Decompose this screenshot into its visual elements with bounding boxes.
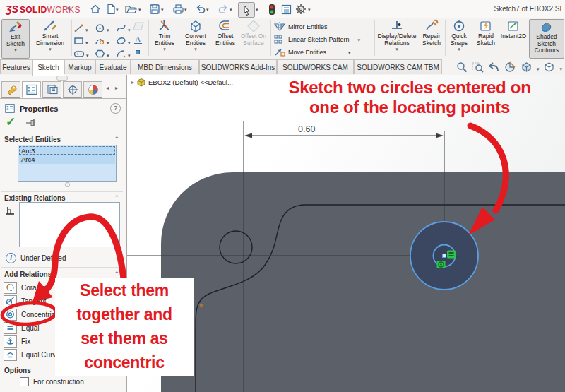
- tab-solidworks-cam[interactable]: SOLIDWORKS CAM: [277, 59, 354, 74]
- selected-entities-header[interactable]: Selected Entities: [4, 136, 61, 143]
- relation-coradial[interactable]: Coradial: [4, 282, 47, 293]
- trim-entities-button[interactable]: Trim Entities ▾: [150, 19, 179, 57]
- new-dropdown-icon[interactable]: ▾: [116, 7, 119, 13]
- tab-sketch[interactable]: Sketch: [32, 59, 64, 76]
- feature-manager-tab[interactable]: [1, 81, 20, 98]
- tree-root-label[interactable]: EBOX2 (Default) <<Defaul...: [148, 78, 233, 86]
- dimxpert-manager-tab[interactable]: [63, 81, 82, 98]
- tab-markup[interactable]: Markup: [64, 59, 95, 74]
- repair-sketch-button[interactable]: Repair Sketch: [418, 19, 445, 57]
- spline-dropdown-icon[interactable]: [128, 22, 131, 35]
- instant2d-button[interactable]: Instant2D: [499, 19, 528, 57]
- offset-entities-button[interactable]: Offset Entities: [212, 19, 239, 57]
- line-tool[interactable]: [73, 22, 88, 35]
- zoom-to-fit-icon[interactable]: [456, 61, 468, 73]
- display-manager-tab[interactable]: [83, 81, 102, 98]
- display-style-dropdown-icon[interactable]: [537, 61, 540, 73]
- relation-badge-concentric[interactable]: [437, 261, 446, 268]
- existing-relations-header[interactable]: Existing Relations: [4, 194, 66, 202]
- settings-dropdown-icon[interactable]: ▾: [308, 7, 311, 13]
- help-icon[interactable]: ?: [110, 103, 121, 114]
- menu-expand-icon[interactable]: ▸: [68, 4, 71, 11]
- save-dropdown-icon[interactable]: ▾: [161, 7, 164, 13]
- conic-tool[interactable]: [95, 35, 109, 47]
- move-entities-dropdown-icon[interactable]: [348, 49, 351, 56]
- display-style-icon[interactable]: [521, 61, 533, 73]
- conic-dropdown-icon[interactable]: [107, 35, 109, 47]
- zoom-to-area-icon[interactable]: [472, 61, 484, 73]
- display-delete-dropdown-icon[interactable]: ▾: [396, 47, 398, 52]
- redo-icon[interactable]: [217, 3, 230, 16]
- select-dropdown-icon[interactable]: ▾: [256, 7, 258, 13]
- settings-gear-icon[interactable]: [295, 3, 307, 16]
- convert-entities-button[interactable]: Convert Entities ▾: [180, 19, 211, 57]
- add-relations-collapse-icon[interactable]: ⌃: [114, 271, 119, 278]
- line-dropdown-icon[interactable]: [85, 22, 88, 35]
- rapid-sketch-button[interactable]: Rapid Sketch: [473, 19, 499, 57]
- home-icon[interactable]: [89, 3, 102, 16]
- previous-view-icon[interactable]: [488, 61, 500, 73]
- redo-dropdown-icon[interactable]: ▾: [230, 7, 232, 13]
- listbox-resize-handle[interactable]: [65, 182, 70, 187]
- open-dropdown-icon[interactable]: ▾: [138, 7, 141, 13]
- for-construction-row[interactable]: For construction: [20, 377, 84, 386]
- display-delete-relations-button[interactable]: Display/Delete Relations ▾: [376, 19, 417, 57]
- feature-tree-root[interactable]: ▸ EBOX2 (Default) <<Defaul...: [131, 78, 233, 87]
- pin-icon[interactable]: [25, 119, 37, 127]
- tab-solidworks-add-ins[interactable]: SOLIDWORKS Add-Ins: [199, 59, 277, 74]
- options-header[interactable]: Options: [4, 367, 31, 374]
- panel-tab-scroll-right-icon[interactable]: ▸: [115, 85, 118, 91]
- save-icon[interactable]: [148, 3, 161, 16]
- list-item[interactable]: Arc3: [19, 146, 115, 155]
- shaded-sketch-contours-button[interactable]: Shaded Sketch Contours: [529, 19, 564, 59]
- relation-equal[interactable]: Equal: [4, 322, 40, 333]
- list-item[interactable]: Arc4: [19, 155, 115, 164]
- trim-dropdown-icon[interactable]: ▾: [163, 47, 166, 52]
- point-tool[interactable]: [134, 49, 141, 56]
- section-view-icon[interactable]: [504, 61, 516, 73]
- text-tool[interactable]: A: [133, 34, 143, 44]
- tab-evaluate[interactable]: Evaluate: [95, 59, 131, 74]
- tree-expand-icon[interactable]: ▸: [131, 79, 134, 85]
- open-icon[interactable]: [124, 3, 137, 16]
- dimension-value[interactable]: 0.60: [298, 124, 315, 134]
- undo-icon[interactable]: [194, 3, 207, 16]
- rebuild-traffic-light-icon[interactable]: [266, 3, 278, 16]
- smart-dimension-dropdown-icon[interactable]: ▾: [49, 47, 52, 52]
- panel-tab-scroll-left-icon[interactable]: ◂: [106, 85, 109, 91]
- print-dropdown-icon[interactable]: ▾: [184, 7, 187, 13]
- move-entities-button[interactable]: Move Entities: [274, 47, 351, 57]
- view-orientation-dropdown-icon[interactable]: [559, 61, 562, 73]
- for-construction-checkbox[interactable]: [20, 377, 29, 386]
- undo-dropdown-icon[interactable]: ▾: [206, 7, 209, 13]
- print-icon[interactable]: [172, 3, 184, 16]
- relation-concentric[interactable]: Concentric: [4, 309, 55, 320]
- circle-tool[interactable]: [95, 22, 109, 35]
- exit-sketch-dropdown-icon[interactable]: ▾: [14, 47, 17, 53]
- add-relations-header[interactable]: Add Relations: [4, 271, 52, 278]
- quick-snaps-button[interactable]: Quick Snaps ▾: [447, 19, 471, 57]
- property-manager-tab[interactable]: [22, 81, 41, 98]
- smart-dimension-button[interactable]: Smart Dimension ▾: [30, 19, 71, 57]
- ok-button[interactable]: ✓: [6, 116, 16, 128]
- tab-solidworks-cam-tbm[interactable]: SOLIDWORKS CAM TBM: [354, 59, 442, 74]
- spline-tool[interactable]: [116, 22, 131, 35]
- options-list-icon[interactable]: [280, 3, 292, 16]
- existing-relations-collapse-icon[interactable]: ⌃: [114, 194, 119, 201]
- existing-relations-listbox[interactable]: [19, 202, 120, 247]
- selected-entities-listbox[interactable]: Arc3 Arc4: [18, 145, 117, 182]
- exit-sketch-button[interactable]: Exit Sketch ▾: [1, 19, 30, 59]
- tab-features[interactable]: Features: [0, 59, 32, 74]
- ellipse-tool[interactable]: [116, 35, 131, 47]
- view-orientation-icon[interactable]: [543, 61, 555, 73]
- mirror-entities-button[interactable]: Mirror Entities: [274, 22, 328, 31]
- quick-snaps-dropdown-icon[interactable]: ▾: [458, 47, 460, 52]
- linear-sketch-pattern-button[interactable]: Linear Sketch Pattern: [274, 35, 360, 44]
- convert-dropdown-icon[interactable]: ▾: [194, 47, 197, 52]
- select-cursor-button[interactable]: [238, 2, 255, 18]
- linear-pattern-dropdown-icon[interactable]: [358, 36, 361, 43]
- panel-splitter-handle[interactable]: [56, 76, 68, 81]
- tab-mbd-dimensions[interactable]: MBD Dimensions: [131, 59, 199, 74]
- relation-fix[interactable]: Fix: [4, 335, 30, 347]
- rectangle-dropdown-icon[interactable]: [85, 35, 88, 47]
